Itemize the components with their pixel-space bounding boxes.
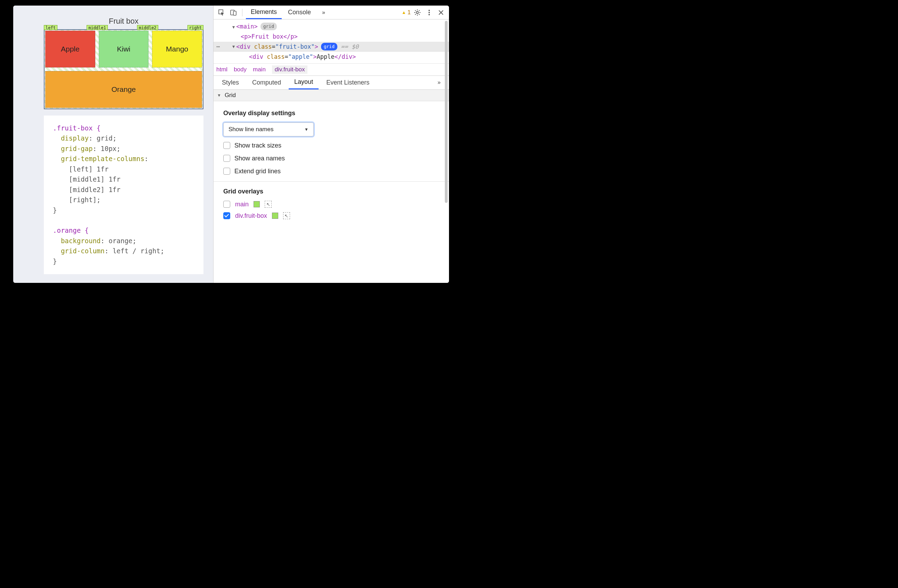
gear-icon[interactable] <box>412 7 423 18</box>
layout-pane: Overlay display settings Show line names… <box>214 101 449 230</box>
css-prop: display <box>61 134 89 142</box>
dom-node-p[interactable]: <p>Fruit box</p> <box>232 32 449 42</box>
dom-tree[interactable]: ▼<main>grid <p>Fruit box</p> ⋯ ▼<div cla… <box>214 20 449 63</box>
css-prop: grid-gap <box>61 145 93 152</box>
css-val: [left] 1fr <box>69 165 109 173</box>
svg-point-3 <box>416 11 418 14</box>
svg-line-10 <box>415 14 416 15</box>
reveal-icon[interactable] <box>264 201 272 208</box>
grid-overlays-heading: Grid overlays <box>223 188 439 195</box>
overlay-fruitbox[interactable]: div.fruit-box <box>223 212 439 220</box>
ellipsis-icon[interactable]: ⋯ <box>216 42 221 52</box>
option-label: Show track sizes <box>234 142 281 149</box>
section-grid[interactable]: ▼Grid <box>214 90 449 101</box>
dom-node-main[interactable]: ▼<main>grid <box>232 22 449 32</box>
devtools-toolbar: Elements Console » 1 <box>214 6 449 20</box>
inspect-icon[interactable] <box>216 7 227 18</box>
option-extend-lines[interactable]: Extend grid lines <box>223 168 439 175</box>
chevron-down-icon: ▼ <box>304 127 309 132</box>
breadcrumb: html body main div.fruit-box <box>214 63 449 76</box>
svg-point-13 <box>429 12 430 13</box>
grid-badge-active[interactable]: grid <box>321 43 337 51</box>
scrollbar[interactable] <box>444 21 448 281</box>
svg-point-14 <box>429 14 430 15</box>
device-toggle-icon[interactable] <box>228 7 238 18</box>
eq0-label: == $0 <box>341 42 358 52</box>
kebab-icon[interactable] <box>424 7 434 18</box>
page-title: Fruit box <box>44 17 203 26</box>
css-val: left / right <box>113 247 160 255</box>
color-swatch[interactable] <box>272 212 278 219</box>
fruit-box-grid[interactable]: Apple Kiwi Mango Orange <box>44 29 203 109</box>
checkbox[interactable] <box>223 168 230 175</box>
tab-layout[interactable]: Layout <box>289 76 318 89</box>
pane-tabs: Styles Computed Layout Event Listeners » <box>214 76 449 90</box>
dom-node-apple[interactable]: <div class="apple">Apple</div> <box>232 52 449 62</box>
tab-styles[interactable]: Styles <box>216 76 244 89</box>
cell-mango[interactable]: Mango <box>152 31 202 68</box>
option-area-names[interactable]: Show area names <box>223 155 439 162</box>
crumb-main[interactable]: main <box>253 66 266 73</box>
warning-count[interactable]: 1 <box>402 9 411 16</box>
select-value: Show line names <box>229 126 274 133</box>
tab-console[interactable]: Console <box>283 6 316 19</box>
cell-apple[interactable]: Apple <box>45 31 95 68</box>
css-val: 10px <box>100 145 117 152</box>
close-icon[interactable] <box>436 7 446 18</box>
option-track-sizes[interactable]: Show track sizes <box>223 142 439 149</box>
tab-more[interactable]: » <box>317 6 330 19</box>
page-viewport: Fruit box left middle1 middle2 right App… <box>13 6 213 283</box>
svg-point-12 <box>429 10 430 11</box>
line-names-select[interactable]: Show line names ▼ <box>223 123 314 136</box>
css-val: [right] <box>69 196 97 203</box>
css-selector: .orange { <box>53 226 89 234</box>
svg-line-11 <box>419 10 420 11</box>
divider <box>214 181 449 182</box>
devtools-panel: Elements Console » 1 ▼<main>grid <p>Frui… <box>213 6 449 283</box>
option-label: Show area names <box>234 155 285 162</box>
grid-badge[interactable]: grid <box>260 23 277 30</box>
checkbox[interactable] <box>223 201 230 208</box>
css-source: .fruit-box { display: grid; grid-gap: 10… <box>44 115 203 274</box>
tab-computed[interactable]: Computed <box>247 76 287 89</box>
svg-line-9 <box>419 14 420 15</box>
css-val: [middle1] 1fr <box>69 175 121 183</box>
tab-elements[interactable]: Elements <box>246 6 282 19</box>
css-selector: .fruit-box { <box>53 124 100 132</box>
overlay-main[interactable]: main <box>223 201 439 208</box>
css-val: [middle2] 1fr <box>69 186 121 194</box>
overlay-name[interactable]: div.fruit-box <box>235 212 267 220</box>
svg-line-8 <box>415 10 416 11</box>
css-val: grid <box>97 134 113 142</box>
checkbox[interactable] <box>223 142 230 149</box>
crumb-fruitbox[interactable]: div.fruit-box <box>272 65 308 74</box>
checkbox[interactable] <box>223 155 230 162</box>
scrollbar-thumb[interactable] <box>445 21 447 203</box>
grid-wrapper: left middle1 middle2 right Apple Kiwi Ma… <box>44 29 203 109</box>
css-val: orange <box>109 237 132 245</box>
color-swatch[interactable] <box>254 201 260 207</box>
overlay-name[interactable]: main <box>235 201 249 208</box>
tab-events[interactable]: Event Listeners <box>321 76 375 89</box>
section-grid-label: Grid <box>224 92 236 99</box>
dom-node-fruitbox[interactable]: ⋯ ▼<div class="fruit-box">grid== $0 <box>214 42 449 52</box>
css-prop: grid-column <box>61 247 105 255</box>
option-label: Extend grid lines <box>234 168 281 175</box>
svg-rect-2 <box>234 11 236 15</box>
devtools-window: Fruit box left middle1 middle2 right App… <box>13 6 449 283</box>
cell-kiwi[interactable]: Kiwi <box>99 31 149 68</box>
crumb-html[interactable]: html <box>216 66 228 73</box>
overlay-settings-heading: Overlay display settings <box>223 109 439 117</box>
cell-orange[interactable]: Orange <box>45 71 202 108</box>
css-prop: grid-template-columns <box>61 155 145 163</box>
crumb-body[interactable]: body <box>234 66 247 73</box>
css-prop: background <box>61 237 100 245</box>
checkbox[interactable] <box>223 212 230 219</box>
reveal-icon[interactable] <box>283 212 290 219</box>
